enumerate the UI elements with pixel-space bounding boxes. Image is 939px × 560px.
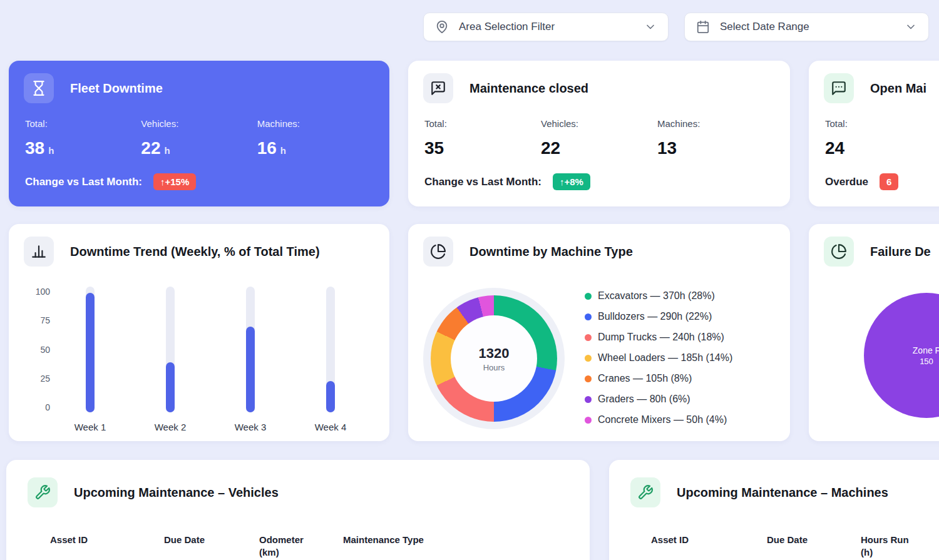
legend-item: Bulldozers — 290h (22%) (585, 310, 732, 323)
table-header-row: Asset IDDue DateHours Run(h) (651, 534, 939, 559)
column-header: Hours Run(h) (861, 534, 939, 559)
bar-y-axis: 1007550250 (30, 287, 50, 412)
y-tick-label: 50 (40, 345, 50, 355)
x-tick-label: Week 3 (235, 412, 267, 432)
legend-label: Excavators — 370h (28%) (598, 290, 715, 302)
y-tick-label: 0 (45, 402, 50, 412)
card-title: Fleet Downtime (70, 81, 163, 96)
x-tick-label: Week 1 (74, 412, 106, 432)
bar-chart-icon (24, 237, 54, 267)
y-tick-label: 25 (40, 374, 50, 384)
legend-item: Excavators — 370h (28%) (585, 289, 732, 303)
upcoming-maintenance-machines-card: Upcoming Maintenance – Machines Asset ID… (609, 460, 939, 560)
legend-dot (585, 293, 592, 300)
bar-chart: 1007550250 Week 1Week 2Week 3Week 4 (30, 287, 371, 432)
change-badge: ↑+8% (553, 173, 590, 190)
area-selection-filter[interactable]: Area Selection Filter (423, 13, 669, 41)
column-header: Odometer(km) (259, 534, 343, 559)
x-tick-label: Week 2 (155, 412, 187, 432)
card-title: Failure De (870, 245, 931, 259)
fleet-downtime-card: Fleet Downtime Total:38hVehicles:22hMach… (9, 61, 389, 206)
card-title: Downtime Trend (Weekly, % of Total Time) (70, 245, 320, 259)
upcoming-maintenance-vehicles-card: Upcoming Maintenance – Vehicles Asset ID… (6, 460, 590, 560)
message-square-more-icon (824, 73, 854, 103)
table-header-row: Asset IDDue DateOdometer(km)Maintenance … (50, 534, 424, 559)
card-title: Upcoming Maintenance – Machines (677, 486, 888, 500)
maintenance-closed-card: Maintenance closed Total:35Vehicles:22Ma… (408, 61, 790, 206)
date-filter-label: Select Date Range (720, 21, 809, 33)
pie-chart-icon (423, 237, 453, 267)
bar: Week 3 (222, 287, 279, 432)
legend-dot (585, 355, 592, 362)
donut-total-value: 1320 (479, 345, 510, 362)
card-title: Downtime by Machine Type (470, 245, 633, 259)
change-label: Change vs Last Month: (25, 176, 142, 188)
legend-item: Dump Trucks — 240h (18%) (585, 330, 732, 344)
date-range-filter[interactable]: Select Date Range (684, 13, 929, 41)
bar: Week 2 (142, 287, 198, 432)
chevron-down-icon (905, 21, 917, 33)
bar: Week 1 (62, 287, 118, 432)
change-badge: ↑+15% (153, 173, 196, 190)
legend-dot (585, 396, 592, 403)
donut-legend: Excavators — 370h (28%)Bulldozers — 290h… (585, 289, 732, 427)
legend-dot (585, 313, 592, 320)
x-tick-label: Week 4 (315, 412, 347, 432)
stats-row: Total:24 (809, 118, 939, 158)
donut-chart: 1320 Hours (423, 288, 565, 429)
hourglass-icon (24, 73, 54, 103)
column-header: Due Date (767, 534, 861, 559)
stat: Vehicles:22h (141, 118, 257, 158)
column-header: Maintenance Type (343, 534, 424, 559)
chevron-down-icon (644, 21, 657, 33)
legend-label: Concrete Mixers — 50h (4%) (598, 414, 727, 425)
legend-label: Bulldozers — 290h (22%) (598, 311, 712, 322)
y-tick-label: 75 (40, 315, 50, 325)
stat: Vehicles:22 (541, 118, 657, 158)
wrench-icon (630, 477, 660, 507)
zone-bubble-label: Zone F (913, 345, 939, 355)
legend-item: Concrete Mixers — 50h (4%) (585, 413, 732, 427)
open-maintenance-card: Open Mai Total:24 Overdue 6 (809, 61, 939, 206)
legend-label: Wheel Loaders — 185h (14%) (598, 352, 732, 364)
stats-row: Total:35Vehicles:22Machines:13 (408, 118, 790, 158)
failure-density-card: Failure De Zone F 150 (809, 224, 939, 441)
dashboard: Area Selection Filter Select Date Range … (0, 0, 939, 560)
downtime-trend-card: Downtime Trend (Weekly, % of Total Time)… (9, 224, 389, 441)
y-tick-label: 100 (36, 287, 50, 297)
legend-label: Cranes — 105h (8%) (598, 373, 692, 384)
card-title: Upcoming Maintenance – Vehicles (74, 486, 279, 500)
legend-dot (585, 417, 592, 424)
stats-row: Total:38hVehicles:22hMachines:16h (9, 118, 389, 158)
calendar-icon (696, 20, 710, 34)
legend-item: Cranes — 105h (8%) (585, 372, 732, 385)
legend-label: Graders — 80h (6%) (598, 394, 690, 405)
card-title: Maintenance closed (470, 81, 588, 96)
column-header: Asset ID (651, 534, 767, 559)
stat: Machines:13 (657, 118, 774, 158)
donut-center: 1320 Hours (451, 315, 537, 402)
stat: Total:24 (825, 118, 939, 158)
bar: Week 4 (302, 287, 359, 432)
overdue-badge: 6 (880, 173, 898, 190)
wrench-icon (28, 477, 58, 507)
legend-item: Wheel Loaders — 185h (14%) (585, 351, 732, 365)
pie-chart-icon (824, 237, 854, 267)
bar-plot: Week 1Week 2Week 3Week 4 (50, 287, 371, 432)
legend-dot (585, 375, 592, 382)
message-square-x-icon (423, 73, 453, 103)
column-header: Due Date (164, 534, 259, 559)
legend-label: Dump Trucks — 240h (18%) (598, 332, 724, 343)
map-pin-icon (435, 20, 449, 34)
legend-item: Graders — 80h (6%) (585, 392, 732, 406)
column-header: Asset ID (50, 534, 164, 559)
zone-bubble-value: 150 (920, 357, 933, 366)
overdue-label: Overdue (825, 176, 868, 188)
change-label: Change vs Last Month: (424, 176, 541, 188)
stat: Machines:16h (257, 118, 373, 158)
stat: Total:38h (25, 118, 141, 158)
area-filter-label: Area Selection Filter (459, 21, 555, 33)
card-title: Open Mai (870, 81, 926, 96)
downtime-by-machine-type-card: Downtime by Machine Type 1320 Hours Exca… (408, 224, 790, 441)
legend-dot (585, 334, 592, 341)
